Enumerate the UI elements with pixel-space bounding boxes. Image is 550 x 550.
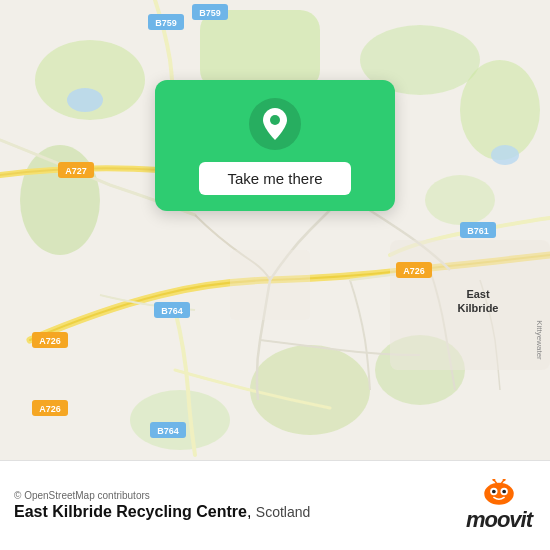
place-region: Scotland <box>256 504 310 520</box>
svg-point-10 <box>67 88 103 112</box>
moovit-mascot-icon <box>480 479 518 507</box>
svg-point-41 <box>502 489 506 493</box>
svg-text:A727: A727 <box>65 166 87 176</box>
moovit-logo: moovit <box>466 479 532 533</box>
cta-card: Take me there <box>155 80 395 211</box>
take-me-there-button[interactable]: Take me there <box>199 162 350 195</box>
map-svg: B759 A727 A726 B764 B764 A726 B761 A726 <box>0 0 550 460</box>
svg-point-37 <box>484 482 513 504</box>
footer: © OpenStreetMap contributors East Kilbri… <box>0 460 550 550</box>
svg-text:B764: B764 <box>157 426 179 436</box>
svg-text:A726: A726 <box>39 404 61 414</box>
svg-text:East: East <box>466 288 490 300</box>
svg-point-40 <box>492 489 496 493</box>
place-name: East Kilbride Recycling Centre <box>14 503 247 520</box>
svg-text:A726: A726 <box>403 266 425 276</box>
svg-text:B759: B759 <box>155 18 177 28</box>
svg-text:B761: B761 <box>467 226 489 236</box>
svg-point-36 <box>270 115 280 125</box>
svg-point-6 <box>425 175 495 225</box>
place-separator: , <box>247 503 256 520</box>
svg-rect-3 <box>200 10 320 90</box>
place-info: East Kilbride Recycling Centre, Scotland <box>14 503 310 521</box>
moovit-logo-text: moovit <box>466 507 532 533</box>
svg-text:Kittyewater: Kittyewater <box>535 320 544 360</box>
svg-point-2 <box>20 145 100 255</box>
svg-point-11 <box>491 145 519 165</box>
svg-text:Kilbride: Kilbride <box>458 302 499 314</box>
svg-text:B764: B764 <box>161 306 183 316</box>
svg-point-7 <box>250 345 370 435</box>
attribution-text: © OpenStreetMap contributors <box>14 490 310 501</box>
map-container: B759 A727 A726 B764 B764 A726 B761 A726 <box>0 0 550 550</box>
footer-info: © OpenStreetMap contributors East Kilbri… <box>14 490 310 521</box>
svg-rect-13 <box>230 250 310 320</box>
svg-text:B759: B759 <box>199 8 221 18</box>
svg-point-8 <box>130 390 230 450</box>
location-pin-icon <box>249 98 301 150</box>
map-background: B759 A727 A726 B764 B764 A726 B761 A726 <box>0 0 550 460</box>
svg-text:A726: A726 <box>39 336 61 346</box>
svg-point-5 <box>460 60 540 160</box>
